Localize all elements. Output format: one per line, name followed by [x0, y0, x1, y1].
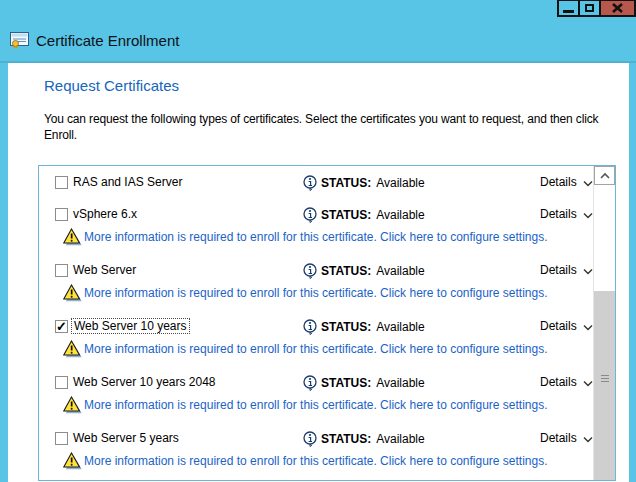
- certificate-list-item: Web Server 10 years 2048 STATUS: Availab…: [39, 372, 594, 418]
- details-button[interactable]: Details: [540, 263, 593, 277]
- certificate-name[interactable]: vSphere 6.x: [73, 207, 137, 221]
- maximize-icon: [585, 4, 594, 12]
- certificate-name[interactable]: RAS and IAS Server: [73, 175, 182, 189]
- content-panel: Request Certificates You can request the…: [8, 63, 629, 482]
- chevron-down-icon: [583, 324, 593, 331]
- status-value: Available: [376, 432, 424, 446]
- info-icon: [303, 207, 317, 223]
- certificate-checkbox[interactable]: [55, 208, 68, 221]
- minimize-button[interactable]: [557, 0, 580, 17]
- minimize-icon: [563, 10, 574, 13]
- warning-icon: [63, 452, 82, 470]
- window-title: Certificate Enrollment: [36, 32, 179, 49]
- certificate-warning[interactable]: More information is required to enroll f…: [39, 338, 594, 362]
- status-value: Available: [376, 208, 424, 222]
- page-description: You can request the following types of c…: [44, 111, 628, 143]
- certificate-warning[interactable]: More information is required to enroll f…: [39, 394, 594, 418]
- certificate-row[interactable]: Web Server STATUS: Available Details: [39, 260, 594, 282]
- status-label: STATUS:: [321, 432, 371, 446]
- info-icon: [303, 375, 317, 391]
- details-button[interactable]: Details: [540, 207, 593, 221]
- vertical-scrollbar[interactable]: [593, 166, 615, 480]
- certificate-warning[interactable]: More information is required to enroll f…: [39, 226, 594, 250]
- chevron-up-icon: [599, 172, 611, 180]
- certificate-checkbox[interactable]: [55, 264, 68, 277]
- info-icon: [303, 175, 317, 191]
- status-group: STATUS: Available: [303, 431, 425, 447]
- chevron-down-icon: [583, 380, 593, 387]
- details-button[interactable]: Details: [540, 319, 593, 333]
- chevron-down-icon: [583, 268, 593, 275]
- details-label: Details: [540, 207, 577, 221]
- titlebar: Certificate Enrollment: [10, 32, 179, 49]
- warning-icon: [63, 396, 82, 414]
- page-title: Request Certificates: [44, 77, 179, 94]
- status-value: Available: [376, 176, 424, 190]
- certificate-list-item: Web Server STATUS: Available Details: [39, 260, 594, 306]
- status-label: STATUS:: [321, 320, 371, 334]
- details-button[interactable]: Details: [540, 375, 593, 389]
- warning-icon: [63, 284, 82, 302]
- certificate-row[interactable]: Web Server 5 years STATUS: Available Det…: [39, 428, 594, 450]
- status-group: STATUS: Available: [303, 375, 425, 391]
- certificate-warning[interactable]: More information is required to enroll f…: [39, 282, 594, 306]
- certificate-name[interactable]: Web Server 10 years 2048: [73, 375, 216, 389]
- certificate-row[interactable]: Web Server 10 years 2048 STATUS: Availab…: [39, 372, 594, 394]
- chevron-down-icon: [583, 436, 593, 443]
- info-icon: [303, 263, 317, 279]
- certificate-name[interactable]: Web Server 10 years: [71, 318, 190, 334]
- warning-text[interactable]: More information is required to enroll f…: [84, 342, 548, 356]
- certificate-checkbox[interactable]: [55, 432, 68, 445]
- certificate-enrollment-window: Certificate Enrollment Request Certifica…: [0, 0, 636, 482]
- warning-text[interactable]: More information is required to enroll f…: [84, 230, 548, 244]
- status-label: STATUS:: [321, 208, 371, 222]
- details-label: Details: [540, 375, 577, 389]
- window-controls: [559, 0, 636, 18]
- warning-text[interactable]: More information is required to enroll f…: [84, 398, 548, 412]
- status-value: Available: [376, 320, 424, 334]
- status-group: STATUS: Available: [303, 207, 425, 223]
- status-label: STATUS:: [321, 176, 371, 190]
- details-label: Details: [540, 263, 577, 277]
- certificate-name[interactable]: Web Server 5 years: [73, 431, 179, 445]
- status-label: STATUS:: [321, 264, 371, 278]
- certificate-list-item: ✓ Web Server 10 years STATUS: Available …: [39, 316, 594, 362]
- certificate-row[interactable]: vSphere 6.x STATUS: Available Details: [39, 204, 594, 226]
- close-icon: [612, 3, 623, 13]
- details-label: Details: [540, 319, 577, 333]
- info-icon: [303, 319, 317, 335]
- certificate-row[interactable]: RAS and IAS Server STATUS: Available Det…: [39, 172, 594, 194]
- chevron-down-icon: [583, 180, 593, 187]
- status-value: Available: [376, 376, 424, 390]
- certificate-checkbox[interactable]: ✓: [55, 320, 68, 333]
- status-group: STATUS: Available: [303, 175, 425, 191]
- warning-icon: [63, 340, 82, 358]
- details-label: Details: [540, 431, 577, 445]
- certificate-row[interactable]: ✓ Web Server 10 years STATUS: Available …: [39, 316, 594, 338]
- status-label: STATUS:: [321, 376, 371, 390]
- certificate-checkbox[interactable]: [55, 176, 68, 189]
- details-label: Details: [540, 175, 577, 189]
- scroll-up-button[interactable]: [594, 166, 615, 185]
- certificate-list-item: vSphere 6.x STATUS: Available Details: [39, 204, 594, 250]
- certificate-warning[interactable]: More information is required to enroll f…: [39, 450, 594, 474]
- scrollbar-thumb[interactable]: [594, 291, 615, 480]
- status-value: Available: [376, 264, 424, 278]
- maximize-button[interactable]: [578, 0, 601, 17]
- warning-text[interactable]: More information is required to enroll f…: [84, 286, 548, 300]
- warning-text[interactable]: More information is required to enroll f…: [84, 454, 548, 468]
- certificate-list-item: Web Server 5 years STATUS: Available Det…: [39, 428, 594, 474]
- certificate-list-item: RAS and IAS Server STATUS: Available Det…: [39, 172, 594, 194]
- certificate-name[interactable]: Web Server: [73, 263, 136, 277]
- details-button[interactable]: Details: [540, 175, 593, 189]
- certificate-list: RAS and IAS Server STATUS: Available Det…: [38, 165, 616, 481]
- status-group: STATUS: Available: [303, 263, 425, 279]
- info-icon: [303, 431, 317, 447]
- close-button[interactable]: [599, 0, 636, 17]
- details-button[interactable]: Details: [540, 431, 593, 445]
- certificate-list-content: RAS and IAS Server STATUS: Available Det…: [39, 166, 594, 480]
- scrollbar-grip-icon: [601, 375, 609, 384]
- certificate-icon: [10, 32, 29, 49]
- chevron-down-icon: [583, 212, 593, 219]
- certificate-checkbox[interactable]: [55, 376, 68, 389]
